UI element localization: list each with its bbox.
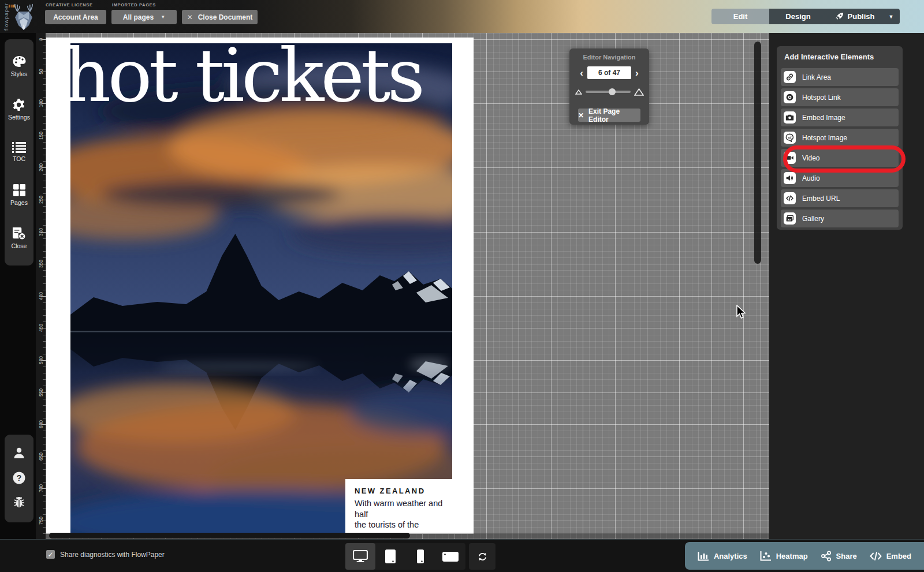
device-desktop-button[interactable]: [345, 543, 375, 570]
bug-icon: [12, 496, 26, 509]
embed-image-label: Embed Image: [802, 114, 845, 122]
share-diagnostics-checkbox[interactable]: ✓ Share diagnostics with FlowPaper: [46, 550, 165, 559]
diagnostics-label: Share diagnostics with FlowPaper: [60, 551, 165, 559]
panel-item-audio[interactable]: Audio: [781, 169, 899, 187]
flowpaper-logo[interactable]: flowpaper: [3, 1, 38, 32]
heatmap-label: Heatmap: [776, 552, 808, 560]
svg-text:?: ?: [17, 473, 22, 483]
user-icon: [12, 446, 26, 460]
panel-item-embed-image[interactable]: Embed Image: [781, 109, 899, 126]
account-area-button[interactable]: Account Area: [45, 10, 106, 24]
check-icon: ✓: [47, 551, 53, 559]
panel-item-hotspot-link[interactable]: Hotspot Link: [781, 88, 899, 106]
panel-title: Add Interactive Elements: [784, 53, 903, 61]
tab-design[interactable]: Design: [769, 9, 827, 24]
panel-item-embed-url[interactable]: Embed URL: [781, 189, 899, 207]
ruler-label: 450: [38, 323, 44, 333]
creative-license-label: CREATIVE LICENSE: [46, 2, 93, 8]
close-document-icon: [12, 227, 26, 240]
sidebar-item-toc[interactable]: TOC: [12, 141, 26, 162]
zoom-slider-thumb[interactable]: [609, 88, 616, 95]
zoom-slider[interactable]: [586, 91, 631, 93]
sidebar-item-styles[interactable]: Styles: [11, 55, 28, 77]
imported-pages-label: IMPORTED PAGES: [112, 2, 156, 8]
exit-page-editor-button[interactable]: ✕ Exit Page Editor: [578, 109, 640, 122]
ruler-label: 400: [38, 291, 44, 301]
device-preview-switch: [345, 543, 465, 570]
magazine-title: hot tickets: [64, 38, 471, 117]
scatter-icon: [760, 551, 772, 561]
embed-url-label: Embed URL: [802, 195, 840, 203]
editor-canvas: 0 50 100 150 200 250 300 350 400 450 500…: [36, 33, 769, 539]
sidebar-item-pages[interactable]: Pages: [10, 184, 28, 206]
bubble-image-icon: [784, 132, 796, 144]
account-area-label: Account Area: [53, 13, 98, 21]
zoom-in-mountain-icon: [634, 88, 644, 96]
previous-page-button[interactable]: ‹: [580, 68, 583, 78]
styles-label: Styles: [11, 70, 28, 77]
embed-button[interactable]: Embed: [870, 552, 911, 560]
checkbox-checked[interactable]: ✓: [46, 550, 55, 559]
panel-item-video[interactable]: Video: [781, 149, 899, 167]
analytics-label: Analytics: [714, 552, 747, 560]
panel-item-hotspot-image[interactable]: Hotspot Image: [781, 129, 899, 147]
ruler-label: 0: [38, 35, 44, 44]
vertical-scrollbar[interactable]: [754, 42, 761, 264]
user-account-button[interactable]: [12, 446, 26, 462]
heatmap-button[interactable]: Heatmap: [760, 551, 808, 561]
gallery-icon: [784, 212, 796, 225]
sidebar-item-close[interactable]: Close: [12, 227, 27, 249]
page-indicator-input[interactable]: 6 of 47: [587, 66, 631, 79]
sidebar-item-settings[interactable]: Settings: [8, 98, 30, 121]
device-phone-button[interactable]: [405, 543, 435, 570]
rocket-icon: [835, 12, 844, 21]
help-button[interactable]: ?: [12, 471, 26, 487]
ruler-label: 700: [38, 484, 44, 494]
close-icon: ✕: [187, 13, 193, 21]
code-icon: [784, 192, 796, 204]
share-button[interactable]: Share: [821, 551, 857, 562]
page-indicator-value: 6 of 47: [598, 69, 620, 77]
palette-icon: [12, 55, 27, 68]
close-document-button[interactable]: ✕ Close Document: [182, 10, 258, 24]
share-nodes-icon: [821, 551, 832, 562]
ruler-label: 750: [38, 516, 44, 526]
camera-icon: [784, 111, 796, 124]
help-icon: ?: [12, 471, 26, 485]
all-pages-dropdown[interactable]: All pages ▼: [111, 10, 177, 24]
ruler-label: 50: [38, 67, 44, 77]
all-pages-label: All pages: [123, 13, 154, 21]
zoom-out-mountain-icon: [575, 89, 582, 95]
panel-item-link-area[interactable]: Link Area: [781, 68, 899, 86]
video-label: Video: [802, 154, 819, 162]
refresh-icon: [477, 551, 488, 562]
mode-switch: Edit Design Publish ▼: [711, 9, 900, 24]
share-label: Share: [836, 552, 857, 560]
pages-grid-icon: [13, 184, 26, 197]
panel-item-gallery[interactable]: Gallery: [781, 210, 899, 227]
analytics-button[interactable]: Analytics: [698, 551, 747, 561]
desktop-icon: [353, 550, 368, 563]
deer-logo-icon: [10, 2, 37, 31]
horizontal-scrollbar[interactable]: [49, 533, 410, 539]
tab-edit[interactable]: Edit: [711, 9, 769, 24]
bar-chart-icon: [698, 551, 709, 561]
publish-button[interactable]: Publish: [827, 9, 882, 24]
report-bug-button[interactable]: [12, 496, 26, 511]
tablet-icon: [385, 549, 396, 564]
ruler-label: 550: [38, 388, 44, 398]
publish-label: Publish: [848, 12, 875, 21]
publish-dropdown-caret[interactable]: ▼: [882, 9, 900, 24]
close-label: Close: [12, 242, 27, 249]
refresh-preview-button[interactable]: [469, 543, 495, 570]
design-label: Design: [785, 12, 810, 21]
next-page-button[interactable]: ›: [635, 68, 639, 78]
sidebar-tool-panel: Styles Settings TOC: [5, 39, 33, 266]
toc-label: TOC: [13, 155, 25, 162]
device-tablet-button[interactable]: [375, 543, 405, 570]
top-header: flowpaper CREATIVE LICENSE Account Area …: [0, 0, 924, 33]
hotspot-link-label: Hotspot Link: [802, 94, 841, 102]
chevron-down-icon: ▼: [161, 14, 165, 20]
document-page[interactable]: hot tickets NEW ZEALAND With warm weathe…: [46, 38, 474, 534]
device-phone-landscape-button[interactable]: [435, 543, 465, 570]
